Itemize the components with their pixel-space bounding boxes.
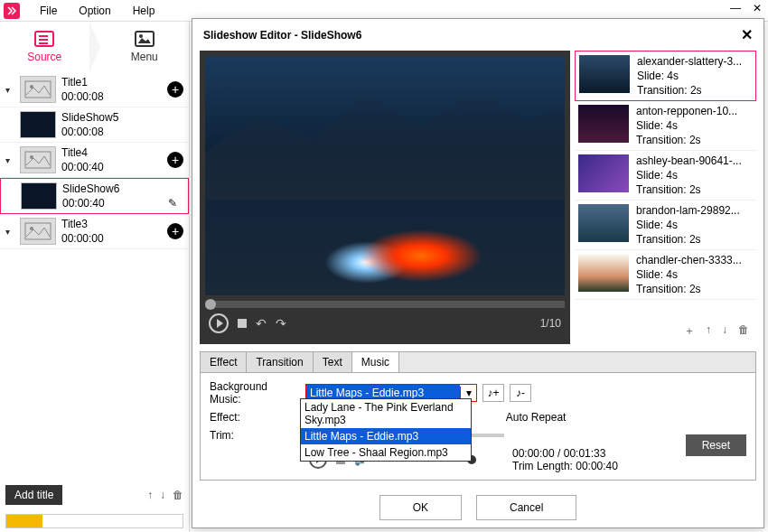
source-item[interactable]: ▾Title100:00:08+ [0,72,189,107]
chevron-down-icon[interactable]: ▾ [460,387,476,399]
source-thumb [20,76,56,103]
preview-column: ↶ ↷ 1/10 [200,51,570,344]
caret-icon[interactable]: ▾ [5,227,14,237]
play-button[interactable] [209,313,229,333]
source-thumb [20,218,56,245]
caret-icon[interactable]: ▾ [5,85,14,95]
tab-menu[interactable]: Menu [100,22,190,72]
slide-transition: Transition: 2s [636,233,740,246]
effect-label: Effect: [210,411,300,424]
add-icon[interactable]: + [167,81,183,98]
source-time: 00:00:08 [61,126,183,138]
ok-button[interactable]: OK [379,495,462,520]
slide-transition: Transition: 2s [636,134,737,146]
dialog-close-icon[interactable]: ✕ [741,26,753,43]
source-time: 00:00:00 [61,232,162,245]
arrow-up-icon[interactable]: ↑ [147,489,153,501]
slide-duration: Slide: 4s [636,219,740,231]
slide-duration: Slide: 4s [636,119,737,132]
slide-row[interactable]: brandon-lam-29892...Slide: 4sTransition:… [575,201,756,250]
tab-transition[interactable]: Transition [247,352,313,372]
slide-name: alexander-slattery-3... [637,55,742,68]
bg-music-dropdown[interactable]: Lady Lane - The Pink Everland Sky.mp3Lit… [300,398,472,462]
slide-thumb [578,105,629,143]
slide-thumb [578,254,629,292]
slide-down-icon[interactable]: ↓ [722,323,727,339]
add-slide-icon[interactable]: ＋ [684,323,695,339]
slide-up-icon[interactable]: ↑ [706,323,711,339]
slideshow-editor-dialog: Slideshow Editor - SlideShow6 ✕ ↶ ↷ 1/10… [192,18,764,528]
dropdown-item[interactable]: Little Maps - Eddie.mp3 [301,428,471,444]
tab-text[interactable]: Text [314,352,352,372]
menu-file[interactable]: File [29,5,68,17]
tab-source-label: Source [27,51,61,63]
stop-button[interactable] [238,319,247,328]
bg-music-label: Background Music: [210,380,300,406]
slide-row[interactable]: chandler-chen-3333...Slide: 4sTransition… [575,250,756,300]
slide-name: brandon-lam-29892... [636,204,740,217]
source-title: SlideShow6 [62,182,183,195]
tab-menu-label: Menu [131,51,158,63]
tab-separator [89,22,100,72]
menu-help[interactable]: Help [122,5,166,17]
source-title: Title4 [61,146,162,159]
caret-icon[interactable]: ▾ [5,155,14,165]
slide-name: ashley-bean-90641-... [636,154,742,167]
remove-music-button[interactable]: ♪- [510,384,531,402]
slide-row[interactable]: anton-repponen-10...Slide: 4sTransition:… [575,101,756,151]
slide-name: anton-repponen-10... [636,105,737,117]
source-title: SlideShow5 [61,111,183,124]
slide-name: chandler-chen-3333... [636,254,742,266]
reset-button[interactable]: Reset [686,434,746,456]
trash-icon[interactable]: 🗑 [173,489,183,501]
add-title-button[interactable]: Add title [5,485,62,505]
source-icon [34,31,54,47]
close-icon[interactable]: ✕ [750,2,764,14]
music-panel: Background Music: Little Maps - Eddie.mp… [201,373,755,480]
slide-transition: Transition: 2s [636,283,742,295]
slides-list[interactable]: alexander-slattery-3...Slide: 4sTransiti… [574,51,756,318]
source-item[interactable]: SlideShow500:00:08 [0,107,189,143]
tab-music[interactable]: Music [352,352,399,372]
preview-scrubber[interactable] [205,301,565,308]
source-item[interactable]: ▾Title400:00:40+ [0,143,189,178]
source-time: 00:00:08 [61,90,162,103]
rotate-right-icon[interactable]: ↷ [276,316,286,331]
tab-effect[interactable]: Effect [201,352,247,372]
source-item[interactable]: SlideShow600:00:40✎ [0,178,189,214]
trim-length: Trim Length: 00:00:40 [512,460,618,472]
source-time: 00:00:40 [62,197,183,210]
slide-trash-icon[interactable]: 🗑 [738,323,749,339]
source-title: Title3 [61,218,162,230]
add-icon[interactable]: + [167,223,183,239]
trim-time: 00:00:00 / 00:01:33 [512,447,618,460]
slide-row[interactable]: alexander-slattery-3...Slide: 4sTransiti… [575,51,756,101]
source-item[interactable]: ▾Title300:00:00+ [0,214,189,249]
app-logo [4,3,20,19]
tab-source[interactable]: Source [0,22,89,72]
slide-thumb [578,204,629,242]
slide-transition: Transition: 2s [637,84,742,97]
menu-option[interactable]: Option [68,5,121,17]
dropdown-item[interactable]: Lady Lane - The Pink Everland Sky.mp3 [301,399,471,428]
slides-footer: ＋ ↑ ↓ 🗑 [574,318,756,344]
left-panel: Source Menu ▾Title100:00:08+SlideShow500… [0,22,190,532]
left-tabs: Source Menu [0,22,189,72]
cancel-button[interactable]: Cancel [476,495,576,520]
rotate-left-icon[interactable]: ↶ [256,316,267,331]
slide-counter: 1/10 [540,317,561,330]
left-footer: Add title ↑ ↓ 🗑 [0,480,189,510]
timeline-bar[interactable] [5,514,183,528]
source-title: Title1 [61,76,162,89]
slide-row[interactable]: ashley-bean-90641-...Slide: 4sTransition… [575,151,756,201]
edit-icon[interactable]: ✎ [168,197,181,210]
minimize-icon[interactable]: — [728,2,743,14]
dropdown-item[interactable]: Low Tree - Shaal Region.mp3 [301,444,471,461]
window-controls: — ✕ [728,2,764,14]
add-icon[interactable]: + [167,152,183,168]
arrow-down-icon[interactable]: ↓ [160,489,165,501]
add-music-button[interactable]: ♪+ [482,384,504,402]
preview-controls: ↶ ↷ 1/10 [205,308,565,339]
menu-icon [135,31,155,47]
slide-duration: Slide: 4s [637,70,742,82]
